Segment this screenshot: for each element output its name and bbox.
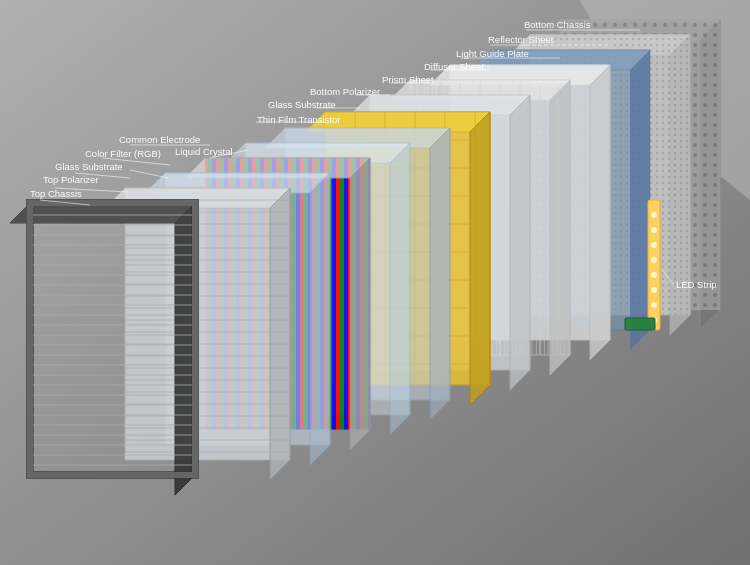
svg-point-35 bbox=[651, 302, 657, 308]
svg-point-29 bbox=[651, 212, 657, 218]
svg-marker-80 bbox=[350, 158, 370, 450]
label-top-polarizer: Top Polarizer bbox=[43, 174, 98, 185]
svg-point-30 bbox=[651, 227, 657, 233]
svg-rect-37 bbox=[625, 318, 655, 330]
label-top-chassis: Top Chassis bbox=[30, 188, 82, 199]
label-common-electrode: Common Electrode bbox=[119, 134, 200, 145]
label-bottom-chassis: Bottom Chassis bbox=[524, 19, 591, 30]
svg-point-32 bbox=[651, 257, 657, 263]
svg-point-34 bbox=[651, 287, 657, 293]
label-reflector-sheet: Reflector Sheet bbox=[488, 34, 554, 45]
svg-marker-83 bbox=[310, 173, 330, 465]
svg-marker-40 bbox=[590, 65, 610, 360]
label-thin-film-transistor: Thin Film Transistor bbox=[257, 114, 340, 125]
svg-marker-74 bbox=[430, 128, 450, 420]
label-glass-substrate-2: Glass Substrate bbox=[268, 99, 336, 110]
label-glass-substrate-1: Glass Substrate bbox=[55, 161, 123, 172]
label-color-filter: Color Filter (RGB) bbox=[85, 148, 161, 159]
svg-point-33 bbox=[651, 272, 657, 278]
label-diffuser-sheet: Diffuser Sheet bbox=[424, 61, 484, 72]
label-liquid-crystal: Liquid Crystal bbox=[175, 146, 233, 157]
svg-marker-84 bbox=[125, 188, 290, 460]
svg-marker-27 bbox=[630, 50, 650, 350]
svg-marker-77 bbox=[390, 143, 410, 435]
svg-marker-57 bbox=[470, 112, 490, 405]
svg-rect-28 bbox=[648, 200, 660, 330]
label-bottom-polarizer: Bottom Polarizer bbox=[310, 86, 380, 97]
label-led-strip: LED Strip bbox=[676, 279, 717, 290]
svg-marker-54 bbox=[510, 95, 530, 390]
diagram-scene: Bottom Chassis Reflector Sheet Light Gui… bbox=[0, 0, 750, 565]
svg-marker-86 bbox=[270, 188, 290, 480]
svg-marker-43 bbox=[550, 80, 570, 375]
label-light-guide-plate: Light Guide Plate bbox=[456, 48, 529, 59]
svg-point-31 bbox=[651, 242, 657, 248]
